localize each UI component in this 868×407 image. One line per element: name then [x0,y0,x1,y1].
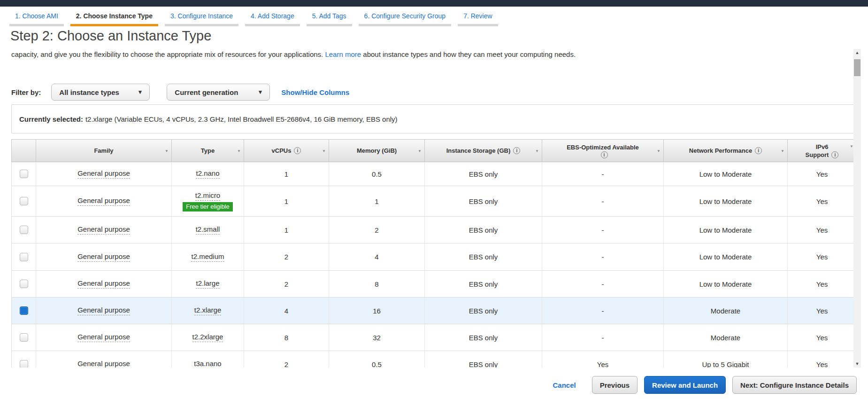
instance-type-label[interactable]: t2.large [196,279,219,289]
table-cell-storage: EBS only [425,243,542,270]
row-select-checkbox[interactable] [20,253,28,261]
column-header-storage[interactable]: Instance Storage (GB)i▼ [425,140,542,162]
row-select-checkbox[interactable] [20,360,28,368]
family-label[interactable]: General purpose [77,306,130,315]
column-header-ebs_optimized[interactable]: EBS-Optimized Availablei▼ [542,140,664,162]
table-cell-type: t2.microFree tier eligible [172,186,244,216]
instance-type-filter-dropdown[interactable]: All instance types ▼ [51,84,150,101]
instance-type-label[interactable]: t2.small [196,225,220,235]
info-icon[interactable]: i [294,147,301,154]
family-label[interactable]: General purpose [77,225,130,235]
ipv6-value: Yes [816,226,828,234]
show-hide-columns-link[interactable]: Show/Hide Columns [281,88,349,96]
next-configure-instance-details-button[interactable]: Next: Configure Instance Details [732,376,857,394]
scrollbar-thumb[interactable] [854,59,860,76]
table-cell-type: t2.2xlarge [172,324,244,351]
info-icon[interactable]: i [601,151,608,158]
generation-filter-dropdown[interactable]: Current generation ▼ [167,84,270,101]
cancel-link[interactable]: Cancel [553,381,576,389]
row-select-checkbox[interactable] [20,197,28,205]
instance-type-label[interactable]: t2.2xlarge [192,333,223,342]
table-cell-storage: EBS only [425,271,542,297]
column-header-ipv6[interactable]: IPv6Supporti▼ [788,140,857,162]
memory-value: 0.5 [372,360,382,368]
instance-type-label[interactable]: t2.xlarge [194,306,222,315]
ebs-optimized-value: - [602,197,604,205]
family-label[interactable]: General purpose [77,279,130,289]
column-header-network[interactable]: Network Performancei▼ [664,140,788,162]
vcpus-value: 2 [284,253,288,261]
table-cell-network: Low to Moderate [664,243,788,270]
tab-4-add-storage[interactable]: 4. Add Storage [245,7,300,26]
column-label: IPv6 [816,143,829,151]
tab-1-choose-ami[interactable]: 1. Choose AMI [9,7,64,26]
tab-5-add-tags[interactable]: 5. Add Tags [307,7,352,26]
table-cell-family: General purpose [36,243,172,270]
column-header-vcpus[interactable]: vCPUsi▼ [244,140,329,162]
column-label: vCPUs [272,147,292,155]
row-select-checkbox[interactable] [20,226,28,234]
family-label[interactable]: General purpose [77,333,130,342]
table-row-t2.medium: General purposet2.medium24EBS only-Low t… [11,243,857,271]
instance-type-label[interactable]: t3a.nano [194,360,221,368]
column-header-family[interactable]: Family▼ [36,140,172,162]
ipv6-value: Yes [816,307,828,315]
table-cell-family: General purpose [36,297,172,324]
vertical-scrollbar[interactable]: ▲ ▼ [853,49,861,368]
family-label[interactable]: General purpose [77,196,130,206]
table-cell-ipv6: Yes [788,271,857,297]
table-cell-ebs-optimized: - [542,324,664,351]
vcpus-value: 1 [284,170,288,178]
tab-3-configure-instance[interactable]: 3. Configure Instance [165,7,238,26]
info-icon[interactable]: i [831,151,838,158]
column-header-memory[interactable]: Memory (GiB)▼ [329,140,425,162]
network-value: Low to Moderate [699,280,752,288]
family-label[interactable]: General purpose [77,360,130,368]
table-cell-family: General purpose [36,162,172,186]
review-and-launch-button[interactable]: Review and Launch [644,376,726,394]
table-cell-memory: 1 [329,186,425,216]
table-cell-type: t3a.nano [172,351,244,368]
table-cell-ebs-optimized: - [542,186,664,216]
row-select-checkbox[interactable] [20,170,28,178]
family-label[interactable]: General purpose [77,169,130,179]
previous-button[interactable]: Previous [592,376,638,394]
row-select-checkbox[interactable] [20,333,28,342]
page-title: Step 2: Choose an Instance Type [10,28,211,44]
row-select-checkbox[interactable] [20,306,28,315]
column-header-type[interactable]: Type▼ [172,140,244,162]
table-row-t2.large: General purposet2.large28EBS only-Low to… [11,271,857,297]
table-cell-type: t2.nano [172,162,244,186]
table-row-t2.2xlarge: General purposet2.2xlarge832EBS only-Mod… [11,324,857,351]
instance-type-label[interactable]: t2.medium [191,252,224,262]
tab-6-configure-security-group[interactable]: 6. Configure Security Group [359,7,452,26]
table-cell-ebs-optimized: Yes [542,351,664,368]
tab-7-review[interactable]: 7. Review [458,7,498,26]
instance-type-label[interactable]: t2.nano [196,169,219,179]
table-cell-ipv6: Yes [788,217,857,243]
network-value: Moderate [711,307,740,315]
column-label: Network Performance [689,147,752,155]
table-cell-vcpus: 8 [244,324,329,351]
instance-type-filter-value: All instance types [59,88,119,96]
ebs-optimized-value: - [602,334,604,342]
info-icon[interactable]: i [755,147,762,154]
storage-value: EBS only [469,334,498,342]
table-cell-ipv6: Yes [788,297,857,324]
table-cell-select [11,351,36,368]
vcpus-value: 2 [284,280,288,288]
table-cell-type: t2.large [172,271,244,297]
scroll-down-icon[interactable]: ▼ [855,361,860,366]
info-icon[interactable]: i [513,147,520,154]
table-cell-network: Up to 5 Gigabit [664,351,788,368]
table-cell-network: Low to Moderate [664,217,788,243]
row-select-checkbox[interactable] [20,280,28,288]
table-cell-vcpus: 2 [244,271,329,297]
sort-arrow-icon: ▼ [850,144,853,149]
table-cell-ebs-optimized: - [542,162,664,186]
instance-type-label[interactable]: t2.micro [195,191,220,201]
family-label[interactable]: General purpose [77,252,130,262]
sort-arrow-icon: ▼ [237,149,241,153]
learn-more-link[interactable]: Learn more [325,50,361,58]
tab-2-choose-instance-type[interactable]: 2. Choose Instance Type [70,7,158,26]
